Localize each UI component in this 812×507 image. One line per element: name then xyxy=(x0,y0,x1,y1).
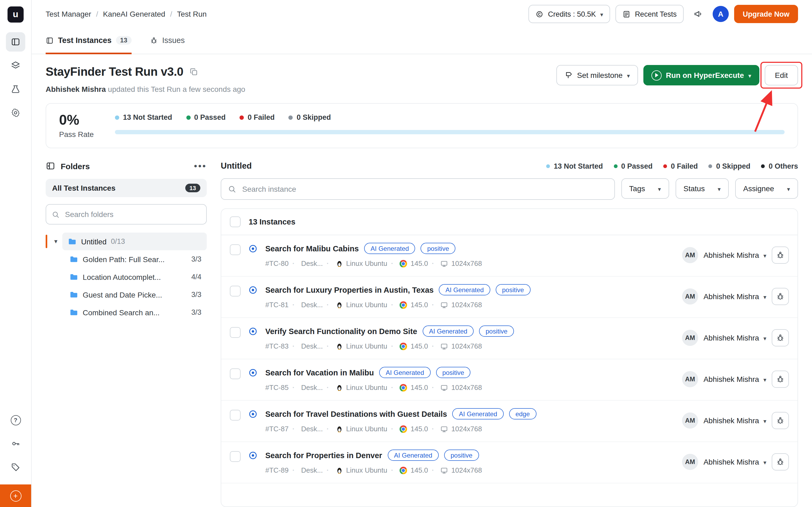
report-issue-button[interactable] xyxy=(772,329,789,346)
nav-tests-icon[interactable] xyxy=(6,79,25,99)
credits-button[interactable]: Credits : 50.5K xyxy=(529,5,611,23)
chevron-down-icon[interactable]: ▼ xyxy=(52,238,60,244)
folder-name: Guest and Date Picke... xyxy=(83,290,187,299)
select-all-checkbox[interactable] xyxy=(230,216,241,227)
all-test-instances-row[interactable]: All Test Instances 13 xyxy=(46,179,207,197)
assignee-dropdown[interactable]: Abhishek Mishra xyxy=(703,251,766,260)
table-row[interactable]: Search for Properties in Denver AI Gener… xyxy=(221,442,798,484)
row-checkbox[interactable] xyxy=(230,327,241,338)
updated-by-name: Abhishek Mishra xyxy=(46,85,106,94)
folder-item[interactable]: Location Autocomplet... 4/4 xyxy=(46,268,207,286)
recent-tests-button[interactable]: Recent Tests xyxy=(616,5,684,23)
row-checkbox[interactable] xyxy=(230,244,241,255)
help-icon[interactable]: ? xyxy=(6,410,25,430)
row-checkbox[interactable] xyxy=(230,451,241,462)
announcements-button[interactable] xyxy=(689,5,707,23)
upgrade-now-button[interactable]: Upgrade Now xyxy=(734,5,798,23)
assignee-dropdown[interactable]: Abhishek Mishra xyxy=(703,334,766,342)
assignee-dropdown[interactable]: Abhishek Mishra xyxy=(703,375,766,384)
legend-item: 0 Passed xyxy=(614,162,652,170)
chevron-down-icon xyxy=(763,251,766,260)
instance-search-input[interactable] xyxy=(241,184,607,194)
instance-title[interactable]: Search for Luxury Properties in Austin, … xyxy=(265,285,433,294)
folder-item[interactable]: Guest and Date Picke... 3/3 xyxy=(46,286,207,303)
legend-item: 0 Skipped xyxy=(289,113,331,121)
row-checkbox[interactable] xyxy=(230,410,241,420)
instance-meta: #TC-83 Desk... Linux Ubuntu 145.0 xyxy=(265,342,675,350)
table-row[interactable]: Search for Vacation in Malibu AI Generat… xyxy=(221,359,798,401)
instance-id: #TC-83 xyxy=(265,342,289,350)
tag-icon[interactable] xyxy=(6,458,25,477)
edit-button[interactable]: Edit xyxy=(765,65,798,86)
folder-item[interactable]: Combined Search an... 3/3 xyxy=(46,303,207,321)
report-issue-button[interactable] xyxy=(772,288,789,305)
instance-title[interactable]: Search for Travel Destinations with Gues… xyxy=(265,409,447,418)
nav-settings-icon[interactable] xyxy=(6,103,25,122)
nav-layers-icon[interactable] xyxy=(6,56,25,75)
os-info: Linux Ubuntu xyxy=(327,260,387,268)
copy-icon[interactable] xyxy=(190,68,198,76)
instance-title[interactable]: Search for Properties in Denver xyxy=(265,451,382,459)
instance-search xyxy=(221,178,615,200)
report-issue-button[interactable] xyxy=(772,371,789,388)
table-row[interactable]: Search for Travel Destinations with Gues… xyxy=(221,401,798,442)
row-checkbox[interactable] xyxy=(230,369,241,379)
breadcrumb-item[interactable]: Test Manager xyxy=(46,10,91,18)
chevron-down-icon xyxy=(787,184,790,193)
instance-title[interactable]: Search for Malibu Cabins xyxy=(265,244,359,253)
tab-issues[interactable]: Issues xyxy=(150,28,185,54)
table-row[interactable]: Search for Malibu Cabins AI Generated po… xyxy=(221,235,798,277)
report-issue-button[interactable] xyxy=(772,412,789,429)
folders-search-input[interactable] xyxy=(64,210,201,219)
assignee-avatar: AM xyxy=(682,330,698,346)
tags-filter[interactable]: Tags xyxy=(621,178,669,199)
assignee-dropdown[interactable]: Abhishek Mishra xyxy=(703,458,766,466)
bug-icon xyxy=(776,292,785,301)
tag-badge: edge xyxy=(509,408,536,419)
chrome-icon xyxy=(400,425,407,433)
instance-title[interactable]: Search for Vacation in Malibu xyxy=(265,368,374,377)
folder-icon xyxy=(69,272,78,281)
instance-title[interactable]: Verify Search Functionality on Demo Site xyxy=(265,327,417,335)
report-issue-button[interactable] xyxy=(772,453,789,470)
linux-icon xyxy=(335,342,343,350)
bug-icon xyxy=(776,334,785,342)
tabbar: Test Instances 13 Issues xyxy=(32,28,812,54)
resolution-info: 1024x768 xyxy=(432,425,482,433)
pass-rate-value: 0% xyxy=(59,112,115,128)
nav-test-runs-icon[interactable] xyxy=(6,32,25,52)
instance-status-icon xyxy=(248,327,258,336)
folder-item[interactable]: Golden Path: Full Sear... 3/3 xyxy=(46,250,207,268)
pass-rate-progress-bar xyxy=(115,130,785,134)
row-checkbox[interactable] xyxy=(230,286,241,296)
set-milestone-button[interactable]: Set milestone xyxy=(556,65,638,86)
more-options-icon[interactable]: ••• xyxy=(194,161,207,171)
folder-root-untitled[interactable]: ▼ Untitled 0/13 xyxy=(46,233,207,250)
status-filter[interactable]: Status xyxy=(675,178,729,199)
run-on-hyperexecute-button[interactable]: Run on HyperExecute xyxy=(643,65,759,86)
collapse-panel-icon[interactable] xyxy=(46,161,55,171)
chevron-down-icon xyxy=(718,184,721,193)
breadcrumb-item[interactable]: KaneAI Generated xyxy=(103,10,165,18)
report-issue-button[interactable] xyxy=(772,246,789,264)
updated-info: Abhishek Mishra updated this Test Run a … xyxy=(46,85,245,94)
folders-panel: Folders ••• All Test Instances 13 xyxy=(46,161,207,507)
resolution-info: 1024x768 xyxy=(432,260,482,268)
folder-view-title: Untitled xyxy=(221,161,251,171)
rail-add-button[interactable]: + xyxy=(0,485,31,507)
folder-count: 3/3 xyxy=(191,308,201,316)
table-row[interactable]: Search for Luxury Properties in Austin, … xyxy=(221,277,798,318)
passed-dot xyxy=(186,115,190,119)
tab-test-instances[interactable]: Test Instances 13 xyxy=(46,28,131,54)
key-icon[interactable] xyxy=(6,434,25,453)
device-type: Desk... xyxy=(292,260,323,268)
assignee-dropdown[interactable]: Abhishek Mishra xyxy=(703,416,766,425)
instance-id: #TC-89 xyxy=(265,466,289,474)
table-row[interactable]: Verify Search Functionality on Demo Site… xyxy=(221,318,798,359)
search-icon xyxy=(52,210,60,218)
app-logo[interactable]: u xyxy=(7,6,23,22)
assignee-filter[interactable]: Assignee xyxy=(735,178,798,199)
assignee-dropdown[interactable]: Abhishek Mishra xyxy=(703,292,766,301)
chrome-icon xyxy=(400,342,407,350)
user-avatar[interactable]: A xyxy=(713,6,729,22)
